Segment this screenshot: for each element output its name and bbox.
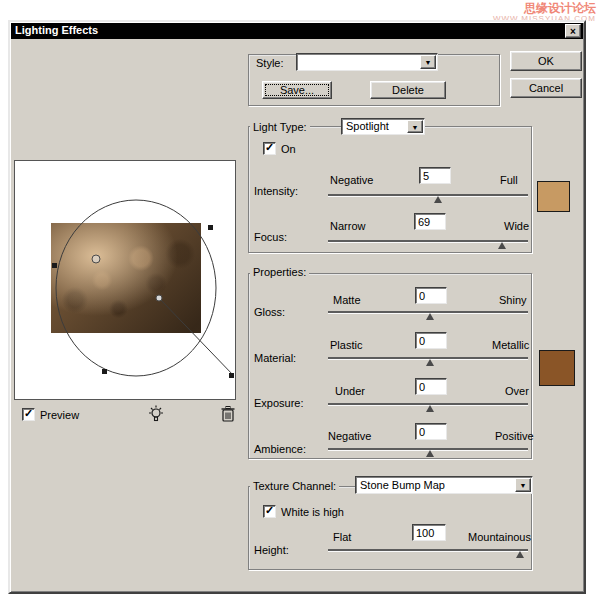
close-button[interactable]: × xyxy=(565,24,581,38)
exposure-left-label: Under xyxy=(335,385,365,398)
height-right-label: Mountainous xyxy=(468,531,531,544)
check-icon: ✓ xyxy=(265,504,274,517)
title-bar[interactable]: Lighting Effects × xyxy=(11,23,583,39)
focus-left-label: Narrow xyxy=(330,220,365,233)
focus-slider-thumb[interactable] xyxy=(498,242,506,249)
light-ellipse[interactable] xyxy=(56,200,216,376)
gloss-value-input[interactable] xyxy=(415,287,447,304)
height-left-label: Flat xyxy=(333,531,351,544)
preview-checkbox[interactable]: ✓ xyxy=(22,408,35,421)
height-slider[interactable] xyxy=(328,545,528,559)
material-label: Material: xyxy=(254,352,296,365)
ambience-right-label: Positive xyxy=(495,430,534,443)
texture-channel-dropdown[interactable]: Stone Bump Map ▼ xyxy=(355,476,533,494)
gloss-slider[interactable] xyxy=(328,307,528,321)
texture-channel-dropdown-button[interactable]: ▼ xyxy=(515,478,531,492)
texture-channel-label: Texture Channel: xyxy=(250,480,339,493)
ambience-slider[interactable] xyxy=(328,444,528,458)
style-label: Style: xyxy=(256,57,284,70)
white-is-high-label: White is high xyxy=(281,506,344,519)
gloss-slider-thumb[interactable] xyxy=(426,313,434,320)
chevron-down-icon: ▼ xyxy=(408,121,422,134)
material-right-label: Metallic xyxy=(492,339,529,352)
check-icon: ✓ xyxy=(24,407,33,420)
preview-panel xyxy=(14,160,236,400)
intensity-slider-thumb[interactable] xyxy=(434,196,442,203)
gloss-right-label: Shiny xyxy=(499,294,527,307)
preview-checkbox-label: Preview xyxy=(40,409,79,422)
ellipse-handle-left[interactable] xyxy=(52,263,57,268)
focus-slider[interactable] xyxy=(328,236,528,250)
intensity-left-label: Negative xyxy=(330,174,373,187)
light-type-dropdown-value: Spotlight xyxy=(346,120,389,132)
lighting-effects-dialog: Lighting Effects × Style: ▼ Save... Dele… xyxy=(8,20,586,594)
delete-button[interactable]: Delete xyxy=(370,81,446,99)
slider-track xyxy=(328,549,528,551)
height-value-input[interactable] xyxy=(412,524,446,541)
light-center-handle[interactable] xyxy=(92,255,100,263)
material-color-swatch[interactable] xyxy=(539,350,575,386)
chevron-down-icon: ▼ xyxy=(516,479,530,492)
intensity-value-input[interactable] xyxy=(419,167,451,184)
ambience-value-input[interactable] xyxy=(415,423,447,440)
light-color-swatch[interactable] xyxy=(537,181,570,212)
light-type-dropdown[interactable]: Spotlight ▼ xyxy=(341,118,425,135)
ambience-slider-thumb[interactable] xyxy=(426,450,434,457)
light-controls-overlay[interactable] xyxy=(15,161,235,399)
intensity-label: Intensity: xyxy=(254,185,298,198)
delete-light-trash-icon[interactable] xyxy=(219,404,237,424)
intensity-right-label: Full xyxy=(500,174,518,187)
material-left-label: Plastic xyxy=(330,339,362,352)
focus-value-input[interactable] xyxy=(414,213,446,230)
gloss-left-label: Matte xyxy=(333,294,361,307)
exposure-label: Exposure: xyxy=(254,397,304,410)
chevron-down-icon: ▼ xyxy=(421,56,435,69)
ellipse-handle-bottom[interactable] xyxy=(102,369,107,374)
slider-track xyxy=(328,194,528,196)
light-direction-line xyxy=(159,298,234,376)
ok-button[interactable]: OK xyxy=(510,51,582,71)
cancel-button[interactable]: Cancel xyxy=(510,78,582,98)
on-checkbox[interactable]: ✓ xyxy=(263,142,276,155)
add-light-bulb-icon[interactable] xyxy=(146,404,166,424)
exposure-value-input[interactable] xyxy=(415,378,447,395)
ellipse-handle-top-right[interactable] xyxy=(208,225,213,230)
ambience-label: Ambience: xyxy=(254,443,306,456)
gloss-label: Gloss: xyxy=(254,306,285,319)
light-hotspot-handle[interactable] xyxy=(156,295,162,301)
height-label: Height: xyxy=(254,544,289,557)
exposure-slider[interactable] xyxy=(328,399,528,413)
material-value-input[interactable] xyxy=(415,332,447,349)
height-slider-thumb[interactable] xyxy=(516,551,524,558)
exposure-slider-thumb[interactable] xyxy=(426,405,434,412)
intensity-slider[interactable] xyxy=(328,190,528,204)
light-type-dropdown-button[interactable]: ▼ xyxy=(407,120,423,133)
light-type-label: Light Type: xyxy=(250,121,310,134)
style-dropdown-button[interactable]: ▼ xyxy=(420,55,436,69)
material-slider[interactable] xyxy=(328,353,528,367)
exposure-right-label: Over xyxy=(505,385,529,398)
trash-icon xyxy=(219,404,237,424)
focus-right-label: Wide xyxy=(504,220,529,233)
style-dropdown[interactable]: ▼ xyxy=(296,53,438,71)
ellipse-handle-right[interactable] xyxy=(229,373,234,378)
material-slider-thumb[interactable] xyxy=(426,359,434,366)
texture-channel-dropdown-value: Stone Bump Map xyxy=(360,479,445,491)
check-icon: ✓ xyxy=(265,141,274,154)
bulb-icon xyxy=(146,404,166,424)
properties-label: Properties: xyxy=(250,266,309,279)
white-is-high-checkbox[interactable]: ✓ xyxy=(263,505,276,518)
focus-label: Focus: xyxy=(254,231,287,244)
ambience-left-label: Negative xyxy=(328,430,371,443)
on-checkbox-label: On xyxy=(281,143,296,156)
save-button[interactable]: Save... xyxy=(262,81,332,99)
window-title: Lighting Effects xyxy=(15,24,98,36)
